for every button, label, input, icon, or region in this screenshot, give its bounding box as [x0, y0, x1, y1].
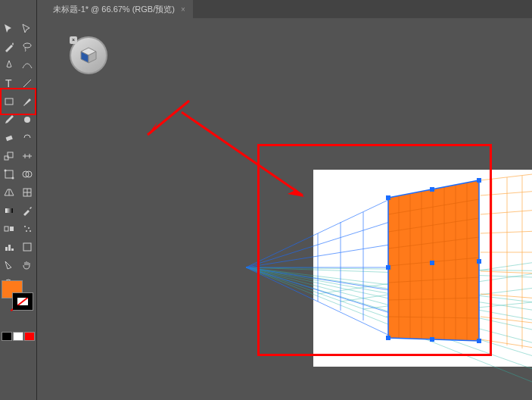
hand-tool[interactable] [18, 256, 36, 274]
svg-rect-24 [5, 247, 8, 251]
svg-line-92 [148, 101, 189, 135]
free-transform-tool[interactable] [0, 165, 18, 183]
tools-panel: T [0, 0, 37, 400]
svg-rect-91 [477, 339, 481, 343]
svg-point-22 [26, 230, 27, 232]
svg-line-56 [481, 207, 532, 214]
grid-left [246, 199, 390, 336]
direct-selection-tool[interactable] [18, 20, 36, 38]
svg-line-55 [481, 188, 532, 195]
color-swatches [2, 280, 33, 311]
svg-rect-25 [8, 245, 11, 251]
grid-right [481, 169, 532, 358]
document-tab[interactable]: 未标题-1* @ 66.67% (RGB/预览) × [45, 0, 193, 18]
svg-point-10 [12, 177, 14, 180]
perspective-widget[interactable]: × [70, 36, 107, 74]
svg-point-9 [5, 170, 7, 172]
rectangle-tool[interactable] [0, 92, 18, 111]
svg-point-21 [28, 227, 30, 229]
eyedropper-tool[interactable] [18, 202, 36, 220]
mini-swatch-red[interactable] [24, 332, 35, 341]
document-tab-bar: 未标题-1* @ 66.67% (RGB/预览) × [45, 0, 532, 18]
svg-point-23 [30, 230, 31, 232]
svg-line-2 [23, 80, 31, 87]
cube-icon [78, 45, 99, 66]
magic-wand-tool[interactable] [0, 38, 18, 56]
svg-rect-19 [10, 227, 14, 231]
rotate-tool[interactable] [18, 129, 36, 147]
mini-swatch-row [2, 332, 35, 341]
scale-tool[interactable] [0, 147, 18, 165]
lasso-tool[interactable] [18, 38, 36, 56]
svg-point-0 [23, 43, 31, 48]
svg-rect-17 [5, 208, 13, 213]
svg-rect-26 [11, 248, 14, 251]
curvature-tool[interactable] [18, 56, 36, 74]
svg-line-54 [481, 169, 532, 180]
svg-line-59 [481, 271, 532, 275]
width-tool[interactable] [18, 147, 36, 165]
shape-builder-tool[interactable] [18, 165, 36, 183]
mesh-tool[interactable] [18, 183, 36, 202]
svg-point-4 [24, 117, 30, 123]
svg-line-57 [481, 230, 532, 233]
svg-rect-87 [430, 261, 434, 265]
artboard-tool[interactable] [18, 238, 36, 256]
annotation-arrow-2 [182, 112, 304, 197]
close-icon[interactable]: × [70, 36, 77, 44]
stroke-color-swatch[interactable] [12, 292, 33, 311]
tab-title: 未标题-1* @ 66.67% (RGB/预览) [53, 4, 175, 15]
tool-grid: T [0, 0, 36, 292]
canvas-area[interactable]: × [45, 18, 532, 400]
column-graph-tool[interactable] [0, 238, 18, 256]
svg-rect-86 [386, 265, 390, 270]
svg-rect-3 [5, 98, 13, 105]
blend-tool[interactable] [0, 220, 18, 238]
perspective-scene [91, 36, 532, 400]
svg-line-62 [481, 339, 532, 355]
line-segment-tool[interactable] [18, 74, 36, 92]
slice-tool[interactable] [0, 256, 18, 274]
svg-rect-89 [386, 336, 390, 340]
svg-rect-27 [23, 243, 31, 251]
close-icon[interactable]: × [181, 5, 185, 14]
paintbrush-tool[interactable] [18, 92, 36, 111]
symbol-sprayer-tool[interactable] [18, 220, 36, 238]
blob-brush-tool[interactable] [18, 111, 36, 129]
svg-point-20 [24, 226, 26, 227]
eraser-tool[interactable] [0, 129, 18, 147]
svg-rect-90 [430, 337, 434, 342]
svg-rect-85 [477, 178, 481, 183]
pencil-tool[interactable] [0, 111, 18, 129]
svg-rect-8 [5, 170, 13, 178]
svg-rect-88 [477, 259, 481, 264]
type-tool[interactable]: T [0, 74, 18, 92]
mini-swatch-white[interactable] [13, 332, 23, 341]
svg-rect-18 [5, 227, 8, 231]
annotation-arrow-1 [148, 101, 189, 135]
svg-text:T: T [5, 77, 12, 89]
svg-rect-84 [430, 187, 434, 192]
selection-tool[interactable] [0, 20, 18, 38]
mini-swatch-black[interactable] [2, 332, 12, 341]
svg-rect-83 [386, 195, 390, 200]
svg-line-94 [182, 112, 303, 195]
perspective-grid-tool[interactable] [0, 183, 18, 202]
pen-tool[interactable] [0, 56, 18, 74]
svg-line-60 [481, 294, 532, 302]
gradient-tool[interactable] [0, 202, 18, 220]
svg-rect-5 [6, 136, 13, 141]
